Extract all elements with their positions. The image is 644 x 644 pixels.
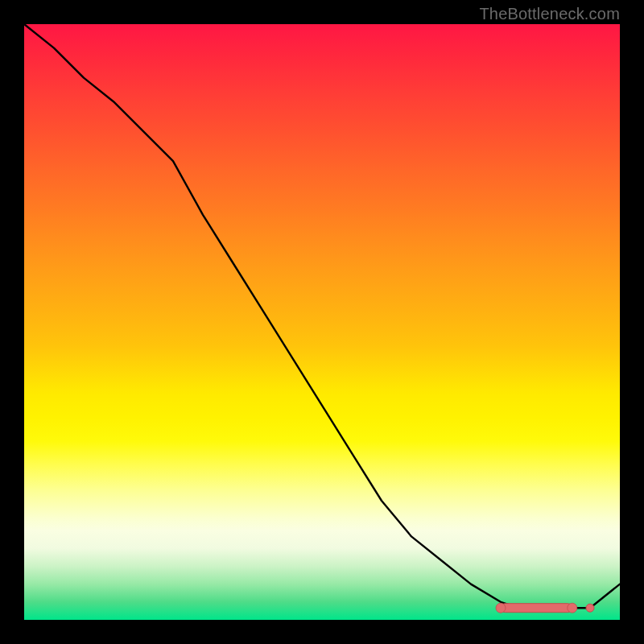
highlight-dot bbox=[586, 604, 594, 612]
curve-line bbox=[24, 24, 620, 608]
highlight-bar bbox=[501, 604, 572, 613]
attribution-text: TheBottleneck.com bbox=[479, 5, 620, 23]
highlight-bar-cap bbox=[568, 603, 577, 613]
highlight-bar-cap bbox=[496, 603, 506, 613]
chart-overlay bbox=[24, 24, 620, 620]
chart-frame: TheBottleneck.com bbox=[0, 0, 644, 644]
